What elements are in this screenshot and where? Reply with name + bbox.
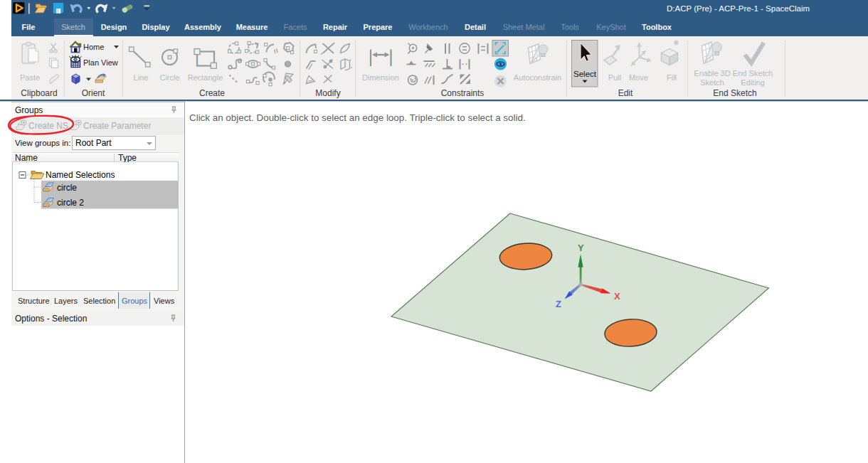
svg-text:Y: Y <box>578 243 584 253</box>
svg-text:circle 2: circle 2 <box>57 198 84 208</box>
svg-text:circle: circle <box>57 183 77 193</box>
svg-text:X: X <box>614 291 620 302</box>
svg-text:Select: Select <box>573 70 597 78</box>
svg-text:Named Selections: Named Selections <box>46 170 115 180</box>
svg-text:Z: Z <box>556 299 561 309</box>
